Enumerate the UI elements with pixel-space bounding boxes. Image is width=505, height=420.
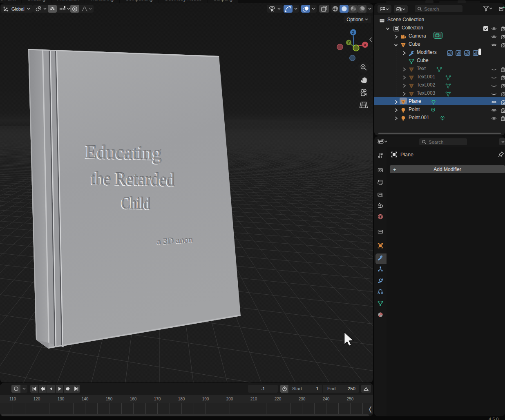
- svg-text:X: X: [364, 42, 366, 47]
- svg-text:Z: Z: [352, 30, 355, 35]
- svg-text:Y: Y: [347, 40, 350, 44]
